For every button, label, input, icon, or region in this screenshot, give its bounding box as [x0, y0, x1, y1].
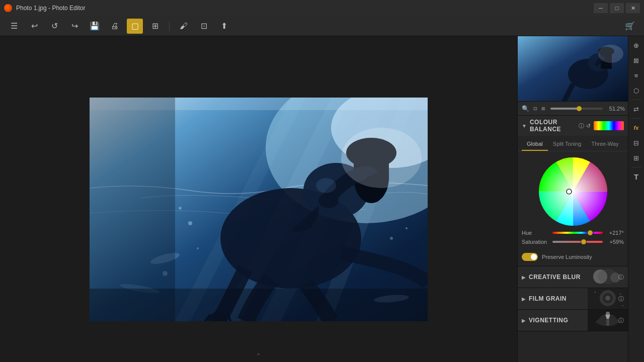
- zoom-percentage: 51.2%: [607, 106, 625, 112]
- panels-section: ▼ COLOUR BALANCE ⓘ ↺ Global Split Toning: [518, 116, 628, 362]
- zoom-bar: 🔍 ⊡ ⊞ 51.2%: [518, 102, 628, 116]
- canvas-area: ⌃: [0, 36, 517, 362]
- creative-blur-arrow-icon: ▶: [522, 275, 526, 280]
- redo-icon: ↺: [51, 21, 58, 31]
- tool-separator: [631, 100, 641, 100]
- film-grain-info-icon: ⓘ: [618, 295, 624, 303]
- film-grain-panel[interactable]: ▶ FILM GRAIN ⓘ: [518, 288, 628, 310]
- zoom-slider[interactable]: [550, 108, 603, 110]
- redo-button[interactable]: ↺: [46, 19, 62, 34]
- luminosity-toggle[interactable]: [522, 253, 538, 261]
- undo-button[interactable]: ↩: [26, 19, 42, 34]
- frame-single-icon: ▢: [131, 21, 139, 31]
- color-wheel-svg: [538, 156, 608, 227]
- vignetting-title: VIGNETTING: [529, 317, 615, 324]
- collapse-arrow-icon: ▼: [522, 123, 527, 129]
- layers-tool-button[interactable]: ⊟: [629, 136, 643, 150]
- export-button[interactable]: ⬆: [216, 19, 232, 34]
- tab-three-way[interactable]: Three-Way: [586, 138, 623, 151]
- close-button[interactable]: ✕: [626, 3, 640, 13]
- photo-image: [90, 98, 428, 321]
- vignetting-info-icon: ⓘ: [618, 317, 624, 324]
- film-grain-title: FILM GRAIN: [529, 295, 615, 302]
- cart-icon: 🛒: [625, 21, 635, 31]
- selection-icon: ⊡: [201, 21, 207, 31]
- saturation-value: +59%: [606, 239, 624, 245]
- hamburger-icon: ☰: [11, 21, 18, 31]
- maximize-button[interactable]: □: [610, 3, 624, 13]
- brush-button[interactable]: 🖌: [176, 19, 192, 34]
- creative-blur-title: CREATIVE BLUR: [529, 274, 615, 281]
- right-tool-panel: ⊕ ⊠ ≡ ⬡ ⇄ fx ⊟ ⊞ T: [628, 36, 644, 362]
- hue-slider[interactable]: [552, 232, 603, 234]
- transform-tool-button[interactable]: ⇄: [629, 102, 643, 116]
- vignetting-panel[interactable]: ▶ VIGNETTING ⓘ: [518, 310, 628, 331]
- minimize-button[interactable]: ─: [594, 3, 608, 13]
- thumbnail-svg: [518, 36, 628, 102]
- zoom-slider-thumb: [577, 106, 582, 111]
- adjust-tool-button[interactable]: ⊕: [629, 38, 643, 52]
- hue-label: Hue: [522, 230, 549, 236]
- svg-point-53: [622, 305, 623, 306]
- svg-point-37: [598, 45, 623, 63]
- color-wheel-container: [518, 151, 628, 230]
- selection-button[interactable]: ⊡: [196, 19, 212, 34]
- fx-icon: fx: [634, 125, 639, 131]
- save-button[interactable]: 💾: [87, 19, 103, 34]
- adjust-icon: ⊕: [633, 42, 639, 49]
- sliders-tool-button[interactable]: ≡: [629, 68, 643, 82]
- frame-split-button[interactable]: ⊞: [147, 19, 163, 34]
- cart-button[interactable]: 🛒: [622, 19, 638, 34]
- grid-tool-button[interactable]: ⊞: [629, 151, 643, 165]
- colour-balance-reset-button[interactable]: ↺: [586, 122, 591, 130]
- saturation-slider-row: Saturation +59%: [522, 239, 624, 245]
- svg-point-31: [341, 128, 422, 188]
- svg-point-18: [188, 221, 192, 225]
- hue-slider-thumb: [587, 230, 593, 236]
- crop-tool-button[interactable]: ⊠: [629, 53, 643, 67]
- zoom-100-button[interactable]: ⊞: [540, 105, 546, 112]
- select-tool-button[interactable]: ⬡: [629, 83, 643, 98]
- title-bar: Photo 1.jpg - Photo Editor ─ □ ✕: [0, 0, 644, 16]
- film-grain-header[interactable]: ▶ FILM GRAIN ⓘ: [518, 288, 628, 309]
- colour-balance-icons: ⓘ ↺: [579, 122, 591, 130]
- main-layout: ⌃: [0, 36, 644, 362]
- luminosity-label: Preserve Luminosity: [542, 254, 592, 260]
- undo-icon: ↩: [31, 21, 38, 31]
- photo-container: [90, 98, 428, 321]
- forward-button[interactable]: ↪: [66, 19, 83, 34]
- photo-canvas[interactable]: [90, 98, 428, 321]
- text-tool-button[interactable]: T: [629, 169, 643, 184]
- tab-global[interactable]: Global: [522, 138, 548, 151]
- hue-slider-row: Hue +217°: [522, 230, 624, 236]
- zoom-out-button[interactable]: 🔍: [521, 104, 530, 113]
- colour-balance-info-button[interactable]: ⓘ: [579, 122, 584, 130]
- color-wheel[interactable]: [538, 156, 608, 227]
- frame-single-button[interactable]: ▢: [127, 19, 143, 34]
- fx-tool-button[interactable]: fx: [629, 121, 643, 135]
- creative-blur-header[interactable]: ▶ CREATIVE BLUR ⓘ: [518, 266, 628, 288]
- film-grain-arrow-icon: ▶: [522, 296, 526, 302]
- luminosity-row: Preserve Luminosity: [518, 251, 628, 266]
- text-icon: T: [634, 172, 638, 181]
- scroll-indicator: ⌃: [256, 352, 262, 360]
- tool-separator-2: [631, 118, 641, 119]
- svg-point-22: [390, 237, 393, 240]
- print-button[interactable]: 🖨: [107, 19, 123, 34]
- hamburger-menu-button[interactable]: ☰: [6, 19, 22, 34]
- app-icon: [4, 4, 12, 12]
- zoom-fit-button[interactable]: ⊡: [532, 105, 538, 112]
- creative-blur-panel[interactable]: ▶ CREATIVE BLUR ⓘ: [518, 266, 628, 288]
- colour-balance-header[interactable]: ▼ COLOUR BALANCE ⓘ ↺: [518, 116, 628, 136]
- right-panel: 🔍 ⊡ ⊞ 51.2% ▼ COLOUR BALANCE ⓘ ↺: [517, 36, 628, 362]
- saturation-slider[interactable]: [552, 241, 603, 243]
- colour-balance-tabs: Global Split Toning Three-Way: [518, 138, 628, 151]
- zoom-slider-fill: [550, 108, 579, 110]
- save-icon: 💾: [90, 21, 100, 31]
- brush-icon: 🖌: [180, 22, 188, 31]
- tab-split-toning[interactable]: Split Toning: [548, 138, 587, 151]
- saturation-label: Saturation: [522, 239, 549, 245]
- colour-balance-panel: ▼ COLOUR BALANCE ⓘ ↺ Global Split Toning: [518, 116, 628, 266]
- tool-separator-3: [631, 167, 641, 167]
- vignetting-header[interactable]: ▶ VIGNETTING ⓘ: [518, 310, 628, 331]
